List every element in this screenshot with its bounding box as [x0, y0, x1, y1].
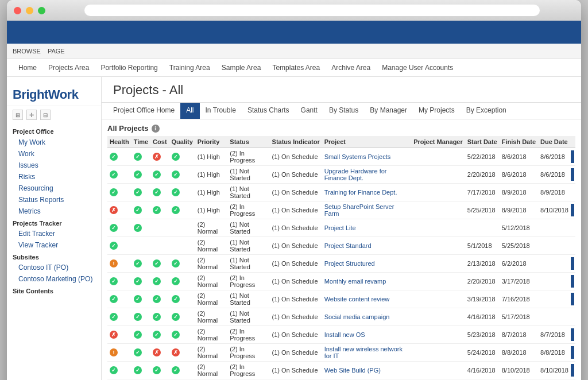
cell-finish: 8/9/2018	[500, 184, 538, 201]
minimize-button[interactable]	[26, 7, 33, 14]
nav-projects-area[interactable]: Projects Area	[48, 64, 89, 72]
nav-manage-user-accounts[interactable]: Manage User Accounts	[382, 64, 453, 72]
tab-my-projects[interactable]: My Projects	[413, 103, 461, 119]
cell-project[interactable]: Setup SharePoint Server Farm	[322, 201, 412, 219]
nav-portfolio-reporting[interactable]: Portfolio Reporting	[100, 64, 157, 72]
quality-icon: ✓	[172, 170, 180, 179]
sidebar-item-contoso-marketing[interactable]: Contoso Marketing (PO)	[7, 273, 101, 285]
cell-project[interactable]: Upgrade Hardware for Finance Dept.	[322, 166, 412, 184]
sidebar-icon-2[interactable]: ✛	[26, 110, 37, 120]
cell-cost: ✓	[150, 326, 169, 344]
project-link[interactable]: Small Systems Projects	[324, 153, 391, 160]
nav-templates-area[interactable]: Templates Area	[272, 64, 320, 72]
cell-quality: ✓	[169, 184, 195, 201]
cell-manager	[411, 148, 465, 166]
cell-priority: (2) Normal	[195, 308, 227, 326]
cell-project[interactable]: Training for Finance Dept.	[322, 184, 412, 201]
cell-quality: ✓	[169, 273, 195, 290]
cell-manager	[411, 201, 465, 219]
cell-project[interactable]: Small Systems Projects	[322, 148, 412, 166]
tab-in-trouble[interactable]: In Trouble	[200, 103, 242, 119]
title-bar	[7, 0, 581, 21]
tab-project-office-home[interactable]: Project Office Home	[107, 103, 180, 119]
table-row: ✓ ✓ ✓ ✓ (2) Normal (2) In Progress (1) O…	[107, 362, 575, 379]
cell-quality: ✓	[169, 308, 195, 326]
tab-status-charts[interactable]: Status Charts	[242, 103, 295, 119]
address-bar[interactable]	[84, 5, 540, 16]
nav-sample-area[interactable]: Sample Area	[222, 64, 261, 72]
page-tab[interactable]: PAGE	[48, 48, 65, 55]
sidebar-icon-1[interactable]: ⊞	[13, 110, 23, 120]
cell-due: 8/7/2018	[538, 326, 571, 344]
sidebar-item-contoso-it[interactable]: Contoso IT (PO)	[7, 262, 101, 273]
info-icon[interactable]: i	[152, 125, 160, 133]
health-icon: ✓	[110, 153, 118, 161]
project-link[interactable]: Training for Finance Dept.	[324, 189, 397, 196]
sidebar-item-metrics[interactable]: Metrics	[7, 205, 101, 217]
sidebar-item-view-tracker[interactable]: View Tracker	[7, 239, 101, 251]
quality-icon: ✓	[172, 206, 180, 214]
browse-tab[interactable]: BROWSE	[13, 48, 41, 55]
tab-gantt[interactable]: Gantt	[295, 103, 323, 119]
sidebar-item-work[interactable]: Work	[7, 148, 101, 160]
sidebar-item-risks[interactable]: Risks	[7, 171, 101, 183]
cell-due: 8/6/2018	[538, 166, 571, 184]
table-title: All Projects i	[107, 124, 575, 133]
sidebar-item-resourcing[interactable]: Resourcing	[7, 183, 101, 194]
cell-project[interactable]: Web Site Build (PG)	[322, 362, 412, 379]
cell-project[interactable]: Monthly email revamp	[322, 273, 412, 290]
project-link[interactable]: Website content review	[324, 296, 390, 303]
project-link[interactable]: Install new OS	[324, 331, 365, 338]
project-link[interactable]: Monthly email revamp	[324, 278, 386, 285]
cell-due	[538, 273, 571, 290]
time-icon: ✓	[134, 295, 142, 303]
time-icon: ✓	[134, 188, 142, 196]
cell-status: (2) In Progress	[227, 326, 269, 344]
row-bar-indicator	[571, 293, 574, 305]
col-project: Project	[322, 136, 412, 148]
sidebar-icon-3[interactable]: ⊟	[40, 110, 51, 120]
cell-quality: ✓	[169, 148, 195, 166]
project-link[interactable]: Setup SharePoint Server Farm	[324, 203, 394, 217]
cell-cost	[150, 219, 169, 237]
cell-project[interactable]: Website content review	[322, 290, 412, 308]
cell-manager	[411, 255, 465, 273]
cell-status-indicator: (1) On Schedule	[270, 166, 322, 184]
project-link[interactable]: Web Site Build (PG)	[324, 367, 381, 374]
cell-project[interactable]: Install new OS	[322, 326, 412, 344]
nav-archive-area[interactable]: Archive Area	[331, 64, 370, 72]
cell-project[interactable]: Project Standard	[322, 237, 412, 255]
project-link[interactable]: Project Standard	[324, 242, 372, 249]
nav-home[interactable]: Home	[18, 64, 37, 72]
main-content: Projects - All Project Office Home All I…	[102, 77, 581, 380]
cell-project[interactable]: Social media campaign	[322, 308, 412, 326]
cell-finish: 8/9/2018	[500, 201, 538, 219]
sidebar-item-edit-tracker[interactable]: Edit Tracker	[7, 228, 101, 239]
cell-project[interactable]: Project Structured	[322, 255, 412, 273]
nav-training-area[interactable]: Training Area	[169, 64, 210, 72]
project-link[interactable]: Social media campaign	[324, 313, 390, 320]
close-button[interactable]	[14, 7, 21, 14]
maximize-button[interactable]	[38, 7, 45, 14]
sidebar-item-mywork[interactable]: My Work	[7, 137, 101, 148]
tab-by-manager[interactable]: By Manager	[364, 103, 413, 119]
project-link[interactable]: Upgrade Hardware for Finance Dept.	[324, 168, 387, 181]
cell-priority: (2) Normal	[195, 255, 227, 273]
table-row: ✓ ✓ (2) Normal (1) Not Started (1) On Sc…	[107, 219, 575, 237]
table-row: ✗ ✓ ✓ ✓ (1) High (2) In Progress (1) On …	[107, 201, 575, 219]
cell-project[interactable]: Project Lite	[322, 219, 412, 237]
tab-bar: Project Office Home All In Trouble Statu…	[102, 103, 581, 119]
sidebar-item-issues[interactable]: Issues	[7, 160, 101, 171]
project-link[interactable]: Install new wireless network for IT	[324, 346, 403, 359]
tab-by-status[interactable]: By Status	[323, 103, 364, 119]
project-link[interactable]: Project Structured	[324, 260, 375, 267]
sidebar-item-status-reports[interactable]: Status Reports	[7, 194, 101, 205]
tab-all[interactable]: All	[180, 103, 199, 119]
tab-by-exception[interactable]: By Exception	[461, 103, 512, 119]
brand-text: BrightWork	[13, 87, 78, 102]
cell-status: (2) In Progress	[227, 344, 269, 362]
cell-quality: ✓	[169, 255, 195, 273]
project-link[interactable]: Project Lite	[324, 224, 356, 231]
cell-project[interactable]: Install new wireless network for IT	[322, 344, 412, 362]
cell-start: 5/22/2018	[465, 148, 500, 166]
